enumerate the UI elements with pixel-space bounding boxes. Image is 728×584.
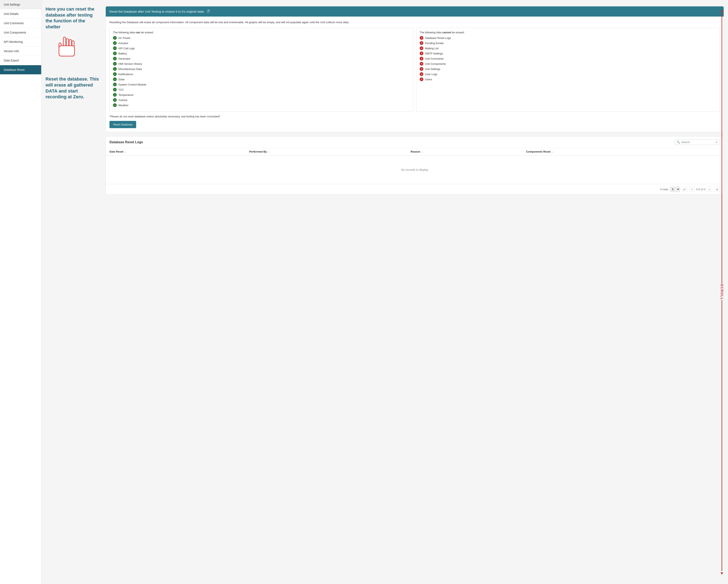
sort-icon: ↓ — [552, 151, 553, 153]
x-icon: ✕ — [420, 52, 423, 55]
col-reason[interactable]: Reason ↓ — [407, 148, 522, 155]
sidebar-item-unit-settings[interactable]: Unit Settings — [0, 0, 41, 9]
sort-icon: ↓ — [422, 151, 423, 153]
sort-icon: ↓ — [268, 151, 270, 153]
sidebar-item-api-monitoring[interactable]: API Monitoring — [0, 37, 41, 47]
search-input[interactable] — [681, 141, 714, 144]
erasable-item: ✓ Turbine — [113, 98, 410, 102]
scroll-arrow-up-icon: ▲ — [720, 8, 724, 13]
pagination: 5 rows 5 10 25 |< < 0-0 of 0 > >| — [106, 184, 724, 195]
non-erasable-item: ✕ Unit Components — [420, 62, 717, 66]
sidebar: Unit Settings Unit Details Unit Comments… — [0, 0, 42, 584]
check-icon: ✓ — [113, 77, 117, 81]
card-description: Resetting the Database will erase all co… — [109, 20, 720, 24]
warning-text: *Please do not reset database unless abs… — [106, 115, 724, 118]
search-box[interactable]: 🔍 ✕ — [674, 139, 720, 145]
no-records-label: No records to display — [106, 155, 724, 184]
svg-rect-0 — [63, 37, 66, 46]
sidebar-item-data-export[interactable]: Data Export — [0, 56, 41, 65]
sidebar-item-unit-comments[interactable]: Unit Comments — [0, 19, 41, 28]
logs-title: Database Reset Logs — [109, 141, 143, 144]
erasable-item: ✓ API Call Logs — [113, 46, 410, 50]
main-card: Reset the Database after Unit Testing to… — [106, 6, 724, 132]
check-icon: ✓ — [113, 46, 117, 50]
x-icon: ✕ — [420, 77, 423, 81]
check-icon: ✓ — [113, 83, 117, 86]
check-icon: ✓ — [113, 36, 117, 40]
erasable-item: ✓ Actuator — [113, 41, 410, 45]
rows-per-page-select[interactable]: 5 10 25 — [670, 187, 680, 192]
col-performed-by[interactable]: Performed By ↓ — [245, 148, 407, 155]
x-icon: ✕ — [420, 36, 423, 40]
clock-icon: ⏱ — [207, 9, 210, 14]
erasable-title: The following data can be erased: — [113, 31, 410, 34]
reset-database-button[interactable]: Reset Database — [109, 121, 136, 128]
erasable-item: ✓ Weather — [113, 103, 410, 107]
non-erasable-item: ✕ SMTP Settings — [420, 52, 717, 55]
non-erasable-item: ✕ Unit Comments — [420, 57, 717, 60]
col-date-reset[interactable]: Date Reset ↓ — [106, 148, 245, 155]
erasable-item: ✓ Solar — [113, 77, 410, 81]
sort-icon: ↓ — [125, 151, 126, 153]
last-page-button[interactable]: >| — [714, 187, 720, 192]
sidebar-item-version-info[interactable]: Version Info — [0, 47, 41, 56]
logs-header: Database Reset Logs 🔍 ✕ — [106, 136, 724, 148]
check-icon: ✓ — [113, 103, 117, 107]
header-bar: Reset the Database after Unit Testing to… — [106, 6, 724, 17]
annotation-text-1: Here you can reset the database after te… — [46, 6, 99, 30]
non-erasable-item: ✕ Database Reset Logs — [420, 36, 717, 40]
main-content: Here you can reset the database after te… — [42, 0, 728, 584]
check-icon: ✓ — [113, 41, 117, 45]
data-columns: The following data can be erased: ✓ AC P… — [109, 28, 720, 111]
card-body: Resetting the Database will erase all co… — [106, 17, 724, 111]
annotation-box: Here you can reset the database after te… — [46, 6, 99, 578]
annotation-text-2: Reset the database. This will erase all … — [46, 76, 99, 100]
scroll-indicator: ▲ SCROLL ▼ — [720, 8, 724, 576]
x-icon: ✕ — [420, 46, 423, 50]
non-erasable-item: ✕ User Logs — [420, 72, 717, 76]
erasable-item: ✓ Temperature — [113, 93, 410, 97]
col-components-reset[interactable]: Components Reset ↓ — [522, 148, 724, 155]
erasable-col: The following data can be erased: ✓ AC P… — [109, 28, 413, 111]
sidebar-item-database-reset[interactable]: Database Reset — [0, 65, 41, 75]
non-erasable-item: ✕ Users — [420, 77, 717, 81]
scroll-line — [722, 13, 722, 284]
erasable-item: ✓ TCC — [113, 88, 410, 92]
x-icon: ✕ — [420, 41, 423, 45]
page-info: 0-0 of 0 — [696, 188, 705, 191]
scroll-line-2 — [722, 300, 722, 571]
logs-section: Database Reset Logs 🔍 ✕ Date Reset ↓ — [106, 136, 724, 195]
table-row: No records to display — [106, 155, 724, 184]
check-icon: ✓ — [113, 57, 117, 60]
rows-label: 5 rows — [660, 188, 668, 191]
sidebar-item-unit-components[interactable]: Unit Components — [0, 28, 41, 37]
check-icon: ✓ — [113, 62, 117, 66]
svg-rect-5 — [59, 46, 75, 56]
hand-pointer-icon — [56, 36, 99, 60]
non-erasable-item: ✕ Unit Settings — [420, 67, 717, 71]
erasable-item: ✓ Battery — [113, 52, 410, 55]
next-page-button[interactable]: > — [707, 187, 712, 192]
erasable-item: ✓ Miscellaneous Data — [113, 67, 410, 71]
erasable-item: ✓ Notifications — [113, 72, 410, 76]
erasable-item: ✓ HMI Version History — [113, 62, 410, 66]
scroll-label: SCROLL — [720, 284, 724, 300]
non-erasable-item: ✕ Pending Emails — [420, 41, 717, 45]
non-erasable-col: The following data cannot be erased: ✕ D… — [416, 28, 720, 111]
check-icon: ✓ — [113, 93, 117, 97]
search-icon: 🔍 — [677, 141, 680, 144]
check-icon: ✓ — [113, 88, 117, 92]
first-page-button[interactable]: |< — [682, 187, 687, 192]
logs-table: Date Reset ↓ Performed By ↓ Reason ↓ — [106, 148, 724, 184]
sidebar-item-unit-details[interactable]: Unit Details — [0, 9, 41, 19]
x-icon: ✕ — [420, 57, 423, 60]
x-icon: ✕ — [420, 62, 423, 66]
erasable-item: ✓ Generator — [113, 57, 410, 60]
clear-search-icon[interactable]: ✕ — [716, 141, 718, 144]
erasable-item: ✓ AC Power — [113, 36, 410, 40]
scroll-arrow-down-icon: ▼ — [720, 571, 724, 576]
prev-page-button[interactable]: < — [689, 187, 695, 192]
check-icon: ✓ — [113, 67, 117, 71]
table-container: Date Reset ↓ Performed By ↓ Reason ↓ — [106, 148, 724, 184]
card-area: Reset the Database after Unit Testing to… — [106, 6, 724, 578]
